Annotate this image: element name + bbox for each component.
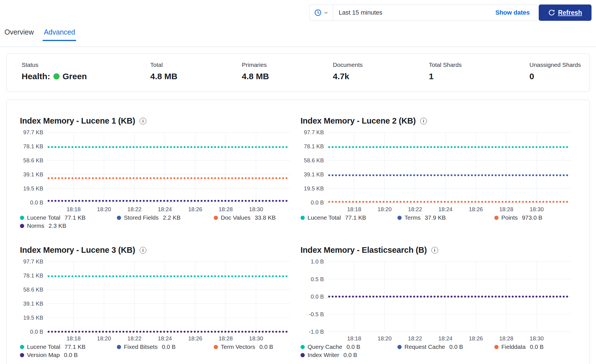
stat-label: Status [22, 62, 150, 68]
tab-overview[interactable]: Overview [3, 28, 35, 41]
x-tick-label: 18:26 [469, 335, 483, 342]
stat-label: Total [150, 62, 242, 68]
x-tick-label: 18:22 [408, 335, 422, 342]
chart-legend: Lucene Total77.1 KBStored Fields2.2 KBDo… [20, 214, 290, 229]
legend-series-value: 0.0 B [344, 352, 357, 358]
y-axis: 1.0 B0.5 B0.0 B-0.5 B-1.0 B [301, 260, 328, 333]
legend-series-name: Lucene Total [308, 214, 341, 221]
chart-card-4: Index Memory - Elasticsearch (B)i1.0 B0.… [301, 245, 571, 358]
legend-dot-icon [20, 216, 24, 220]
chart-title-row: Index Memory - Elasticsearch (B)i [301, 245, 571, 255]
x-tick-label: 18:30 [249, 335, 263, 342]
chart-plot-area[interactable] [47, 131, 290, 204]
legend-item[interactable]: Lucene Total77.1 KB [301, 214, 397, 221]
y-tick-label: 39.1 KB [23, 300, 43, 307]
plot-column: 18:1818:2018:2218:2418:2618:2818:30 [328, 260, 571, 343]
legend-dot-icon [214, 345, 218, 349]
legend-item[interactable]: Fielddata0.0 B [494, 343, 571, 350]
info-icon[interactable]: i [140, 118, 146, 124]
stat-value: 4.7k [333, 72, 429, 81]
chart-legend: Lucene Total77.1 KBTerms37.9 KBPoints973… [301, 214, 571, 221]
legend-item[interactable]: Norms2.3 KB [20, 222, 117, 229]
y-tick-label: 58.6 KB [23, 157, 43, 164]
legend-item[interactable]: Doc Values33.8 KB [214, 214, 290, 221]
x-tick-label: 18:22 [408, 206, 422, 213]
x-axis: 18:1818:2018:2218:2418:2618:2818:30 [328, 333, 571, 343]
stat-primaries: Primaries 4.8 MB [242, 62, 333, 92]
refresh-icon [548, 9, 555, 16]
x-tick-label: 18:24 [438, 206, 452, 213]
health-status: Health: Green [22, 72, 150, 81]
legend-series-value: 37.9 KB [425, 214, 446, 221]
chart-grid: Index Memory - Lucene 1 (KB)i97.7 KB78.1… [20, 116, 576, 358]
legend-dot-icon [20, 224, 24, 228]
y-tick-label: 78.1 KB [304, 143, 324, 150]
x-tick-label: 18:30 [249, 206, 263, 213]
x-tick-label: 18:18 [347, 206, 361, 213]
y-tick-label: 78.1 KB [23, 272, 43, 279]
tab-bar: Overview Advanced [3, 28, 76, 41]
refresh-button-label: Refresh [558, 9, 582, 17]
stat-total: Total 4.8 MB [150, 62, 242, 92]
chart-title-row: Index Memory - Lucene 1 (KB)i [20, 116, 290, 126]
legend-item[interactable]: Points973.0 B [494, 214, 571, 221]
y-tick-label: 58.6 KB [23, 286, 43, 293]
legend-series-name: Term Vectors [221, 343, 255, 350]
legend-dot-icon [397, 345, 402, 349]
show-dates-button[interactable]: Show dates [495, 9, 537, 16]
x-tick-label: 18:20 [377, 206, 392, 213]
chart-plot-area[interactable] [328, 260, 571, 333]
time-range-display[interactable]: Last 15 minutes [333, 9, 495, 17]
chart-canvas [328, 131, 571, 204]
stat-label: Total Shards [429, 62, 529, 68]
x-tick-label: 18:18 [67, 206, 81, 213]
stat-value: 0 [529, 72, 581, 81]
legend-item[interactable]: Term Vectors0.0 B [214, 343, 290, 350]
y-tick-label: 39.1 KB [304, 171, 324, 178]
legend-series-value: 0.0 B [260, 343, 273, 350]
legend-item[interactable]: Lucene Total77.1 KB [20, 214, 117, 221]
info-icon[interactable]: i [431, 247, 438, 254]
stat-total-shards: Total Shards 1 [429, 62, 529, 92]
y-tick-label: -1.0 B [309, 329, 324, 335]
x-tick-label: 18:28 [499, 206, 513, 213]
refresh-button[interactable]: Refresh [539, 4, 592, 21]
legend-item[interactable]: Terms37.9 KB [397, 214, 494, 221]
x-tick-label: 18:22 [128, 206, 142, 213]
legend-item[interactable]: Lucene Total77.1 KB [20, 343, 117, 350]
plot-column: 18:1818:2018:2218:2418:2618:2818:30 [328, 131, 571, 214]
chart-plot-area[interactable] [47, 260, 290, 333]
info-icon[interactable]: i [140, 247, 146, 254]
y-tick-label: 0.0 B [30, 329, 43, 335]
legend-item[interactable]: Version Map0.0 B [20, 352, 117, 358]
legend-item[interactable]: Request Cache0.0 B [397, 343, 494, 350]
chart-card-2: Index Memory - Lucene 2 (KB)i97.7 KB78.1… [301, 116, 571, 229]
chart-body: 97.7 KB78.1 KB58.6 KB39.1 KB19.5 KB0.0 B… [20, 260, 290, 343]
legend-item[interactable]: Index Writer0.0 B [301, 352, 397, 358]
legend-dot-icon [494, 216, 499, 220]
legend-dot-icon [301, 353, 305, 357]
info-icon[interactable]: i [420, 118, 427, 124]
legend-series-value: 0.0 B [347, 343, 360, 350]
y-axis: 97.7 KB78.1 KB58.6 KB39.1 KB19.5 KB0.0 B [20, 131, 47, 204]
y-tick-label: 1.0 B [311, 258, 324, 265]
x-tick-label: 18:28 [499, 335, 513, 342]
legend-item[interactable]: Fixed Bitsets0.0 B [117, 343, 214, 350]
chart-canvas [47, 131, 290, 204]
chart-body: 97.7 KB78.1 KB58.6 KB39.1 KB19.5 KB0.0 B… [301, 131, 571, 214]
legend-dot-icon [117, 345, 121, 349]
legend-item[interactable]: Query Cache0.0 B [301, 343, 397, 350]
chart-plot-area[interactable] [328, 131, 571, 204]
chart-title-row: Index Memory - Lucene 2 (KB)i [301, 116, 571, 126]
x-tick-label: 18:28 [219, 206, 233, 213]
y-tick-label: 78.1 KB [23, 143, 43, 150]
legend-item[interactable]: Stored Fields2.2 KB [117, 214, 214, 221]
tab-bar-divider [0, 47, 596, 47]
legend-series-name: Lucene Total [27, 214, 60, 221]
tab-advanced[interactable]: Advanced [43, 28, 76, 41]
top-toolbar: Last 15 minutes Show dates Refresh [309, 4, 592, 21]
legend-dot-icon [397, 216, 402, 220]
y-tick-label: 0.0 B [30, 199, 43, 206]
health-value: Green [63, 72, 87, 81]
time-picker-quick-menu-button[interactable] [310, 5, 333, 21]
